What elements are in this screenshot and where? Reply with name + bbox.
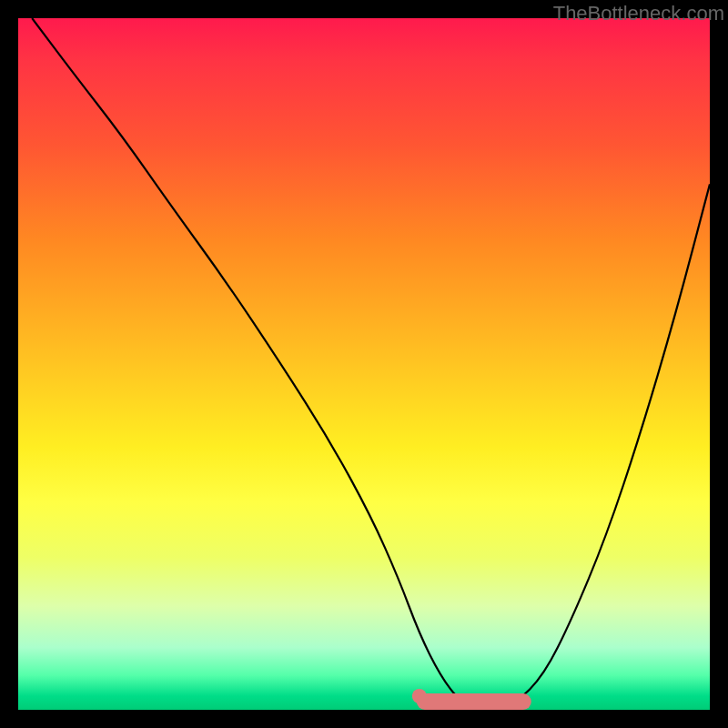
chart-container: TheBottleneck.com: [0, 0, 728, 728]
bottleneck-curve: [32, 18, 710, 708]
plot-area: [18, 18, 710, 710]
chart-svg: [18, 18, 710, 710]
watermark-text: TheBottleneck.com: [553, 2, 724, 25]
